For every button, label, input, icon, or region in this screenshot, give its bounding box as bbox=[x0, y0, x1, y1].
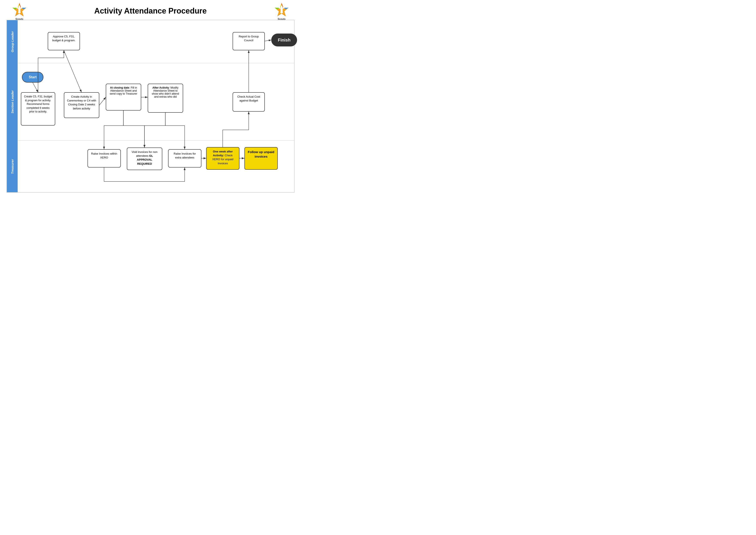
svg-rect-7 bbox=[18, 8, 21, 9]
follow-up-box: Follow up unpaid invoices bbox=[244, 147, 278, 170]
section-leader-label: Section Leader bbox=[11, 90, 14, 114]
raise-invoices-text: Raise Invoices within XERO bbox=[91, 152, 117, 159]
start-box: Start bbox=[22, 72, 43, 83]
finish-box: Finish bbox=[271, 34, 297, 46]
svg-point-21 bbox=[280, 12, 283, 13]
svg-rect-19 bbox=[280, 8, 283, 9]
logo-right: Scouts QUEENSLAND bbox=[271, 2, 292, 22]
raise-extra-box: Raise Invoices for extra attendees bbox=[168, 149, 202, 167]
check-actual-box: Check Actual Cost against Budget bbox=[232, 92, 265, 112]
create-c5-text: Create C5, F31, budget & program for act… bbox=[24, 95, 52, 113]
logo-left: Scouts QUEENSLAND bbox=[9, 2, 30, 22]
diagram-wrapper: Group Leader Section Leader Treasurer Ap… bbox=[7, 20, 294, 193]
diagram-area: Group Leader Section Leader Treasurer Ap… bbox=[7, 20, 294, 192]
closing-date-bold: At closing date bbox=[110, 86, 129, 89]
report-group-text: Report to Group Council bbox=[239, 35, 258, 42]
void-invoices-text: Void invoices for non attendees bbox=[132, 150, 158, 157]
create-c5-box: Create C5, F31, budget & program for act… bbox=[21, 92, 55, 126]
after-activity-box: After Activity: Modify Attendance Sheet … bbox=[148, 84, 183, 113]
start-text: Start bbox=[29, 75, 37, 79]
after-activity-bold: After Activity bbox=[152, 86, 169, 89]
report-group-box: Report to Group Council bbox=[232, 32, 265, 50]
page-title: Activity Attendance Procedure bbox=[94, 7, 207, 15]
page-header: Scouts QUEENSLAND Activity Attendance Pr… bbox=[0, 0, 301, 20]
approve-box: Approve C5, F31, budget & program. bbox=[48, 32, 80, 50]
create-activity-text: Create Activity in Caremonkey or C4 with… bbox=[67, 95, 96, 110]
group-leader-label-bg: Group Leader bbox=[7, 20, 18, 63]
closing-date-box: At closing date: Fill in Attendance Shee… bbox=[106, 84, 141, 111]
group-leader-label: Group Leader bbox=[11, 31, 14, 52]
treasurer-label-bg: Treasurer bbox=[7, 141, 18, 192]
approve-text: Approve C5, F31, budget & program. bbox=[52, 35, 75, 42]
create-activity-box: Create Activity in Caremonkey or C4 with… bbox=[64, 92, 99, 118]
raise-invoices-box: Raise Invoices within XERO bbox=[88, 149, 121, 167]
finish-text: Finish bbox=[278, 38, 291, 42]
section-leader-label-bg: Section Leader bbox=[7, 63, 18, 141]
follow-up-text: Follow up unpaid invoices bbox=[248, 150, 274, 158]
check-xero-box: One week after Activity: Check XERO for … bbox=[206, 147, 239, 170]
svg-point-9 bbox=[18, 12, 21, 13]
check-actual-text: Check Actual Cost against Budget bbox=[237, 95, 260, 102]
treasurer-label: Treasurer bbox=[11, 159, 14, 174]
raise-extra-text: Raise Invoices for extra attendees bbox=[174, 152, 196, 159]
void-invoices-box: Void invoices for non attendees GL APPRO… bbox=[127, 148, 162, 170]
